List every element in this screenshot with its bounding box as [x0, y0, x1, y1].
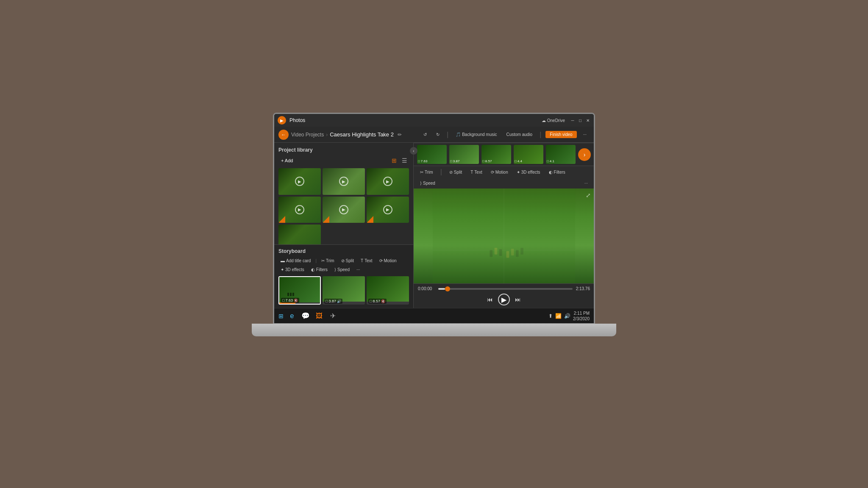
time-total: 2:13.76 [576, 286, 590, 291]
edit-trim-button[interactable]: ✂ Trim [418, 169, 435, 175]
edit-3d-effects-button[interactable]: ✦ 3D effects [515, 169, 542, 175]
storyboard-item-1[interactable]: □ 7.63 🔇 [278, 276, 321, 305]
video-thumb-6[interactable]: ▶ [367, 197, 409, 223]
edit-title-icon[interactable]: ✏ [398, 132, 402, 138]
video-thumb-2[interactable]: ▶ [323, 168, 365, 195]
play-overlay-1[interactable]: ▶ [295, 177, 304, 186]
onedrive-label: ☁ OneDrive [542, 118, 565, 123]
project-library-title: Project library [278, 147, 409, 153]
svg-rect-5 [499, 249, 502, 256]
storyboard-more-button[interactable]: ··· [354, 266, 362, 273]
video-thumb-1[interactable]: ▶ [278, 168, 321, 195]
fullscreen-button[interactable]: ⤢ [586, 192, 591, 199]
finish-video-button[interactable]: Finish video [545, 131, 576, 138]
svg-rect-6 [506, 251, 509, 258]
play-pause-button[interactable]: ▶ [498, 294, 510, 305]
storyboard-title: Storyboard [278, 248, 409, 254]
edit-text-button[interactable]: T Text [468, 169, 484, 175]
storyboard-mini-3[interactable]: □8.57 [481, 145, 511, 164]
project-library: Project library + Add ⊞ ☰ ▶ [274, 143, 413, 244]
redo-button[interactable]: ↻ [433, 131, 442, 138]
storyboard-mini-5[interactable]: □4.1 [546, 145, 576, 164]
breadcrumb-parent[interactable]: Video Projects [291, 132, 324, 138]
taskbar: ⊞ e 💬 🖼 ✈ ⬆ 📶 🔊 2:11 PM 2/3/2020 [274, 308, 594, 323]
play-overlay-3[interactable]: ▶ [383, 177, 392, 186]
play-overlay-2[interactable]: ▶ [339, 177, 348, 186]
video-thumb-7[interactable] [278, 225, 321, 244]
time-current: 0:00:00 [418, 286, 435, 291]
back-button[interactable]: ← [278, 130, 289, 140]
app-logo: ▶ [278, 116, 286, 125]
story-duration-3: □ 8.57 🔇 [368, 299, 387, 304]
play-overlay-4[interactable]: ▶ [295, 205, 304, 214]
laptop-body [252, 324, 616, 336]
svg-rect-4 [495, 248, 498, 255]
text-button[interactable]: T Text [359, 258, 374, 264]
svg-rect-9 [520, 248, 523, 255]
storyboard-top-strip: □7.63 □3.87 □8.57 [414, 143, 594, 166]
next-arrow-button[interactable]: › [578, 148, 591, 161]
skip-back-button[interactable]: ⏮ [487, 296, 493, 303]
motion-button[interactable]: ⟳ Motion [377, 258, 399, 264]
tray-icon-speaker[interactable]: 🔊 [564, 313, 570, 319]
storyboard-mini-4[interactable]: □4.4 [514, 145, 543, 164]
effects-3d-button[interactable]: ✦ 3D effects [278, 266, 306, 273]
custom-audio-button[interactable]: Custom audio [503, 131, 535, 138]
scrubber-thumb[interactable] [445, 286, 450, 291]
edit-speed-button[interactable]: ⟩ Speed [418, 180, 437, 186]
background-music-button[interactable]: 🎵 Background music [453, 131, 500, 138]
video-thumb-3[interactable]: ▶ [367, 168, 409, 195]
video-controls: 0:00:00 2:13.76 ⏮ ▶ ⏭ [414, 283, 594, 308]
skip-forward-button[interactable]: ⏭ [515, 296, 521, 303]
speed-button[interactable]: ⟩ Speed [332, 266, 352, 273]
scrubber-track[interactable] [438, 288, 573, 290]
storyboard-mini-2[interactable]: □3.87 [449, 145, 479, 164]
close-button[interactable]: ✕ [585, 118, 590, 123]
title-bar: ▶ Photos ☁ OneDrive ─ □ ✕ [274, 114, 594, 127]
storyboard-mini-1[interactable]: □7.63 [417, 145, 447, 164]
restore-button[interactable]: □ [578, 118, 583, 123]
video-thumb-4[interactable]: ▶ [278, 197, 321, 223]
play-overlay-5[interactable]: ▶ [339, 205, 348, 214]
grid-view-button[interactable]: ⊞ [390, 156, 398, 165]
view-toggle: ⊞ ☰ [390, 156, 409, 165]
panel-collapse-button[interactable]: ‹ [410, 147, 417, 155]
edit-split-button[interactable]: ⊘ Split [447, 169, 464, 175]
tray-icon-network[interactable]: 📶 [555, 313, 562, 319]
undo-button[interactable]: ↺ [420, 131, 430, 138]
tray-icon-1[interactable]: ⬆ [548, 313, 553, 319]
time-scrubber: 0:00:00 2:13.76 [418, 286, 590, 291]
video-thumb-5[interactable]: ▶ [323, 197, 365, 223]
story-duration-1: □ 7.63 🔇 [281, 298, 299, 303]
library-toolbar: + Add ⊞ ☰ [278, 156, 409, 165]
edit-filters-button[interactable]: ◐ Filters [547, 169, 568, 175]
filters-button[interactable]: ◐ Filters [309, 266, 330, 273]
svg-rect-3 [490, 250, 492, 257]
add-media-button[interactable]: + Add [278, 157, 295, 164]
storyboard-section: Storyboard ▬ Add title card | ✂ Trim ⊘ S… [274, 244, 413, 308]
more-options-button[interactable]: ··· [580, 131, 590, 138]
edit-toolbar: ✂ Trim | ⊘ Split T Text ⟳ Motion ✦ 3D ef… [414, 166, 594, 189]
scrubber-fill [438, 288, 445, 290]
story-duration-2: □ 3.87 🔊 [324, 299, 342, 304]
minimize-button[interactable]: ─ [570, 118, 575, 123]
nav-actions: ↺ ↻ | 🎵 Background music Custom audio | … [420, 131, 590, 139]
storyboard-item-2[interactable]: □ 3.87 🔊 [323, 276, 365, 305]
breadcrumb: Video Projects › Caesars Highlights Take… [291, 131, 418, 138]
edit-motion-button[interactable]: ⟳ Motion [489, 169, 510, 175]
split-button[interactable]: ⊘ Split [339, 258, 356, 264]
taskbar-edge-icon[interactable]: e [287, 311, 297, 321]
taskbar-send-icon[interactable]: ✈ [328, 311, 338, 321]
taskbar-photos-icon[interactable]: 🖼 [314, 311, 324, 321]
used-indicator-4 [278, 216, 285, 223]
taskbar-whatsapp-icon[interactable]: 💬 [300, 311, 311, 321]
used-indicator-7 [278, 244, 285, 245]
trim-button[interactable]: ✂ Trim [319, 258, 337, 264]
storyboard-item-3[interactable]: □ 8.57 🔇 [367, 276, 409, 305]
start-button[interactable]: ⊞ [278, 313, 284, 319]
svg-rect-7 [511, 249, 514, 255]
add-title-card-button[interactable]: ▬ Add title card [278, 258, 313, 264]
edit-more-button[interactable]: ··· [582, 180, 590, 186]
list-view-button[interactable]: ☰ [400, 156, 409, 165]
play-overlay-6[interactable]: ▶ [383, 205, 392, 214]
